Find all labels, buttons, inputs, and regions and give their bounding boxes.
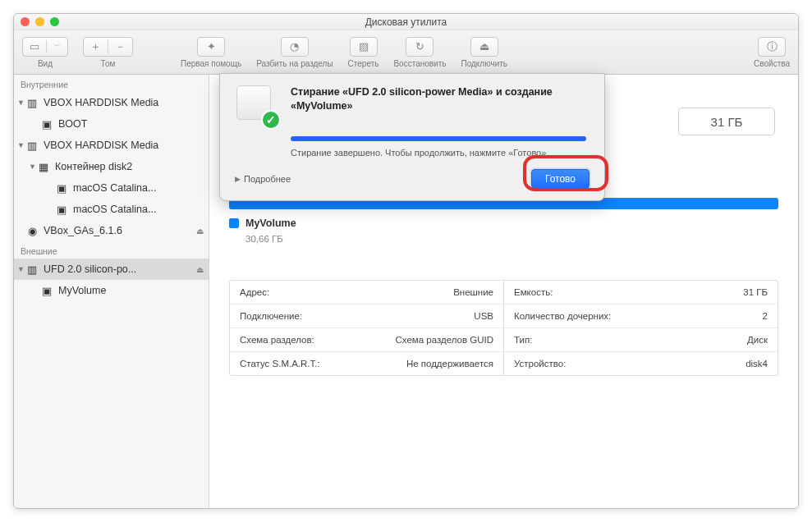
progress-bar [291,136,586,141]
sidebar-item-catalina2[interactable]: ▣macOS Catalina... [14,199,209,220]
drive-icon: ▥ [25,139,39,152]
mount-icon: ⏏ [479,40,489,53]
volume-size: 30,66 ГБ [209,234,798,244]
body: Внутренние ▼▥VBOX HARDDISK Media ▣BOOT ▼… [14,75,798,508]
sidebar-item-label: BOOT [58,118,87,130]
container-icon: ▦ [37,160,50,173]
sidebar-item-label: macOS Catalina... [73,182,156,194]
volume-icon: ▣ [55,181,68,195]
restore-button[interactable]: ↻ [406,37,434,57]
dialog-message: Стирание завершено. Чтобы продолжить, на… [291,148,590,158]
view-label: Вид [38,59,53,68]
sidebar-item-label: MyVolume [58,285,106,296]
sidebar-item-label: UFD 2.0 silicon-po... [44,263,136,275]
sidebar-item-hd1[interactable]: ▼▥VBOX HARDDISK Media [14,92,209,113]
checkmark-icon: ✓ [261,110,281,130]
sidebar-item-hd2[interactable]: ▼▥VBOX HARDDISK Media [14,135,209,156]
window: Дисковая утилита ▭﹀ Вид ＋－ Том ✦ Первая … [13,13,799,509]
sidebar-header-external: Внешние [14,241,209,259]
info-row: Схема разделов:Схема разделов GUID [230,328,503,352]
dialog-title: Стирание «UFD 2.0 silicon-power Media» и… [291,85,553,113]
volume-icon: ▣ [55,203,68,216]
capacity-badge: 31 ГБ [678,108,775,135]
erase-icon: ▨ [359,40,369,53]
info-row: Статус S.M.A.R.T.:Не поддерживается [230,352,503,375]
sidebar-item-label: VBOX HARDDISK Media [44,140,158,151]
info-row: Емкость:31 ГБ [504,281,778,304]
toolbar: ▭﹀ Вид ＋－ Том ✦ Первая помощь ◔ Разбить … [14,30,798,75]
chevron-down-icon: ▼ [17,265,24,273]
close-icon[interactable] [21,17,30,26]
info-table: Адрес:Внешние Подключение:USB Схема разд… [229,280,778,376]
sidebar: Внутренние ▼▥VBOX HARDDISK Media ▣BOOT ▼… [14,75,209,508]
chevron-right-icon: ▶ [235,175,241,183]
info-icon: ⓘ [767,39,778,54]
sidebar-item-ufd[interactable]: ▼▥UFD 2.0 silicon-po...⏏ [14,259,209,280]
partition-button[interactable]: ◔ [281,37,309,57]
chevron-down-icon: ▼ [17,141,24,149]
chevron-down-icon: ▼ [17,98,24,107]
sidebar-item-label: VBox_GAs_6.1.6 [44,225,122,236]
info-row: Устройство:disk4 [504,352,778,375]
drive-icon: ▥ [25,96,39,109]
info-row: Адрес:Внешние [230,281,503,304]
info-col-left: Адрес:Внешние Подключение:USB Схема разд… [230,281,504,375]
first-aid-button[interactable]: ✦ [197,37,225,57]
partition-label: Разбить на разделы [256,59,333,68]
dialog-icon: ✓ [235,85,281,128]
volume-button[interactable]: ＋－ [83,37,133,57]
sidebar-header-internal: Внутренние [14,75,209,92]
details-disclosure[interactable]: ▶ Подробнее [235,174,291,184]
volume-icon: ▣ [40,284,53,297]
pie-icon: ◔ [290,40,299,53]
restore-label: Восстановить [393,59,446,68]
volume-label: Том [101,59,116,68]
main-pane: 31 ГБ MyVolume 30,66 ГБ Адрес:Внешние По… [209,75,798,508]
eject-icon[interactable]: ⏏ [196,227,204,236]
sidebar-item-label: VBOX HARDDISK Media [44,97,158,108]
info-label: Свойства [754,59,790,68]
sidebar-item-label: macOS Catalina... [73,204,156,215]
restore-icon: ↻ [415,40,424,53]
window-title: Дисковая утилита [365,16,447,28]
disc-icon: ◉ [25,224,39,237]
volume-name: MyVolume [245,218,296,229]
info-row: Подключение:USB [230,304,503,328]
minimize-icon[interactable] [35,17,44,26]
mount-label: Подключить [461,59,507,68]
info-row: Количество дочерних:2 [504,304,778,328]
eject-icon[interactable]: ⏏ [196,265,204,274]
zoom-icon[interactable] [50,17,59,26]
sidebar-item-container[interactable]: ▼▦Контейнер disk2 [14,156,209,177]
sidebar-item-vboxga[interactable]: ◉VBox_GAs_6.1.6⏏ [14,220,209,241]
titlebar: Дисковая утилита [14,14,798,30]
erase-label: Стереть [348,59,379,68]
view-button[interactable]: ▭﹀ [22,37,68,57]
chevron-down-icon: ▼ [29,163,35,171]
done-button[interactable]: Готово [531,169,590,189]
sidebar-item-label: Контейнер disk2 [55,161,132,172]
stethoscope-icon: ✦ [207,40,216,53]
first-aid-label: Первая помощь [181,59,241,68]
external-drive-icon: ▥ [25,263,39,276]
info-col-right: Емкость:31 ГБ Количество дочерних:2 Тип:… [504,281,778,375]
erase-complete-dialog: ✓ Стирание «UFD 2.0 silicon-power Media»… [219,73,605,201]
volume-icon: ▣ [40,117,53,130]
info-row: Тип:Диск [504,328,778,352]
mount-button[interactable]: ⏏ [470,37,498,57]
info-button[interactable]: ⓘ [758,37,786,57]
traffic-lights [21,17,59,26]
sidebar-item-catalina1[interactable]: ▣macOS Catalina... [14,177,209,199]
sidebar-item-myvolume[interactable]: ▣MyVolume [14,280,209,301]
volume-row: MyVolume [209,218,798,232]
volume-color-icon [229,218,239,228]
sidebar-item-boot[interactable]: ▣BOOT [14,113,209,135]
erase-button[interactable]: ▨ [350,37,378,57]
